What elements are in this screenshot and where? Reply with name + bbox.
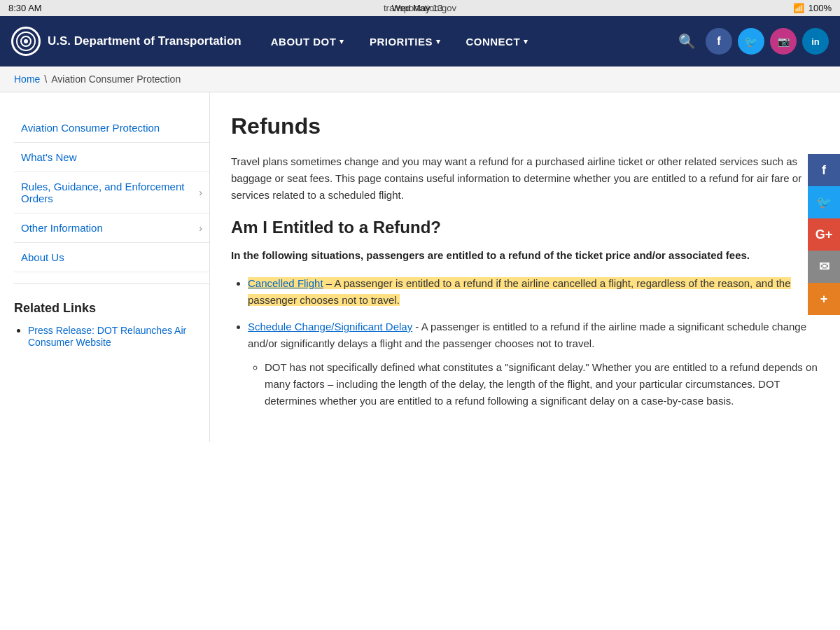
breadcrumb-current: Aviation Consumer Protection: [51, 74, 181, 85]
status-url: transportation.gov: [384, 3, 456, 13]
related-links-list: Press Release: DOT Relaunches Air Consum…: [14, 324, 209, 348]
section1-title: Am I Entitled to a Refund?: [231, 218, 819, 237]
share-facebook-button[interactable]: f: [808, 154, 840, 186]
share-sidebar: f 🐦 G+ ✉ +: [808, 154, 840, 315]
bullet-schedule-change: Schedule Change/Significant Delay - A pa…: [248, 318, 819, 410]
related-link-press-release[interactable]: Press Release: DOT Relaunches Air Consum…: [28, 325, 186, 348]
page-title: Refunds: [231, 113, 819, 139]
sidebar-item-aviation-consumer[interactable]: Aviation Consumer Protection: [14, 113, 209, 143]
intro-text: Travel plans sometimes change and you ma…: [231, 153, 819, 204]
twitter-link[interactable]: 🐦: [738, 28, 764, 55]
refund-bullets: Cancelled Flight – A passenger is entitl…: [231, 275, 819, 410]
chevron-right-icon: ›: [199, 223, 202, 234]
status-bar: 8:30 AM Wed May 13 transportation.gov 📶 …: [0, 0, 840, 16]
chevron-down-icon: ▾: [340, 37, 344, 46]
breadcrumb: Home \ Aviation Consumer Protection: [0, 66, 840, 92]
sidebar-item-aviation-label: Aviation Consumer Protection: [21, 122, 160, 134]
search-icon: 🔍: [678, 33, 696, 50]
linkedin-icon: in: [811, 36, 820, 47]
share-facebook-icon: f: [822, 163, 826, 178]
share-more-button[interactable]: +: [808, 283, 840, 315]
bullet-cancelled-flight: Cancelled Flight – A passenger is entitl…: [248, 275, 819, 309]
sub-bullets: DOT has not specifically defined what co…: [248, 359, 819, 410]
sidebar-item-other-info-label: Other Information: [21, 222, 103, 234]
site-name: U.S. Department of Transportation: [48, 34, 241, 48]
sidebar-item-about-us[interactable]: About Us: [14, 243, 209, 272]
status-time: 8:30 AM: [8, 3, 42, 13]
share-email-button[interactable]: ✉: [808, 251, 840, 283]
nav-connect-label: CONNECT: [465, 36, 520, 48]
share-googleplus-button[interactable]: G+: [808, 218, 840, 251]
chevron-down-icon: ▾: [524, 37, 528, 46]
share-googleplus-icon: G+: [816, 227, 833, 242]
twitter-icon: 🐦: [744, 35, 758, 48]
share-email-icon: ✉: [819, 259, 830, 274]
sidebar-item-rules[interactable]: Rules, Guidance, and Enforcement Orders …: [14, 172, 209, 214]
facebook-icon: f: [717, 35, 720, 48]
highlight-region: Cancelled Flight – A passenger is entitl…: [248, 277, 791, 306]
share-twitter-button[interactable]: 🐦: [808, 186, 840, 218]
share-twitter-icon: 🐦: [816, 195, 832, 210]
nav-links: ABOUT DOT ▾ PRIORITIES ▾ CONNECT ▾: [258, 16, 668, 66]
facebook-link[interactable]: f: [706, 28, 732, 55]
cancelled-flight-text: – A passenger is entitled to a refund if…: [248, 277, 791, 306]
chevron-right-icon: ›: [199, 187, 202, 198]
linkedin-link[interactable]: in: [802, 28, 829, 55]
nav-priorities[interactable]: PRIORITIES ▾: [357, 16, 454, 66]
battery-indicator: 100%: [808, 3, 832, 13]
nav-about-dot-label: ABOUT DOT: [271, 36, 337, 48]
sidebar-item-rules-label: Rules, Guidance, and Enforcement Orders: [21, 181, 199, 204]
sidebar: Aviation Consumer Protection What's New …: [0, 92, 210, 442]
signal-icon: 📶: [793, 3, 804, 13]
schedule-change-link[interactable]: Schedule Change/Significant Delay: [248, 321, 412, 332]
sidebar-item-about-us-label: About Us: [21, 251, 64, 263]
sidebar-item-whats-new[interactable]: What's New: [14, 143, 209, 172]
status-right: 📶 100%: [793, 3, 832, 13]
share-more-icon: +: [820, 292, 828, 307]
page-layout: Aviation Consumer Protection What's New …: [0, 92, 840, 442]
cancelled-flight-link[interactable]: Cancelled Flight: [248, 277, 323, 289]
bold-intro-text: In the following situations, passengers …: [231, 247, 819, 264]
site-logo[interactable]: U.S. Department of Transportation: [11, 27, 241, 56]
nav-priorities-label: PRIORITIES: [370, 36, 433, 48]
sidebar-item-whats-new-label: What's New: [21, 151, 77, 163]
nav-about-dot[interactable]: ABOUT DOT ▾: [258, 16, 357, 66]
social-links: f 🐦 📷 in: [706, 28, 829, 55]
breadcrumb-separator: \: [44, 74, 47, 85]
sidebar-nav: Aviation Consumer Protection What's New …: [14, 113, 209, 284]
instagram-icon: 📷: [778, 36, 790, 47]
breadcrumb-home[interactable]: Home: [14, 74, 40, 85]
nav-connect[interactable]: CONNECT ▾: [453, 16, 540, 66]
chevron-down-icon: ▾: [436, 37, 441, 46]
navbar: U.S. Department of Transportation ABOUT …: [0, 16, 840, 66]
instagram-link[interactable]: 📷: [770, 28, 797, 55]
dot-logo-circle: [11, 27, 41, 56]
main-content: Refunds Travel plans sometimes change an…: [210, 92, 840, 442]
sidebar-item-other-info[interactable]: Other Information ›: [14, 214, 209, 243]
related-links-title: Related Links: [14, 301, 209, 316]
svg-point-2: [24, 39, 28, 43]
sidebar-related-links: Related Links Press Release: DOT Relaunc…: [14, 301, 209, 348]
related-link-item: Press Release: DOT Relaunches Air Consum…: [28, 324, 209, 348]
search-button[interactable]: 🔍: [668, 16, 706, 66]
sub-bullet-delay: DOT has not specifically defined what co…: [265, 359, 819, 410]
